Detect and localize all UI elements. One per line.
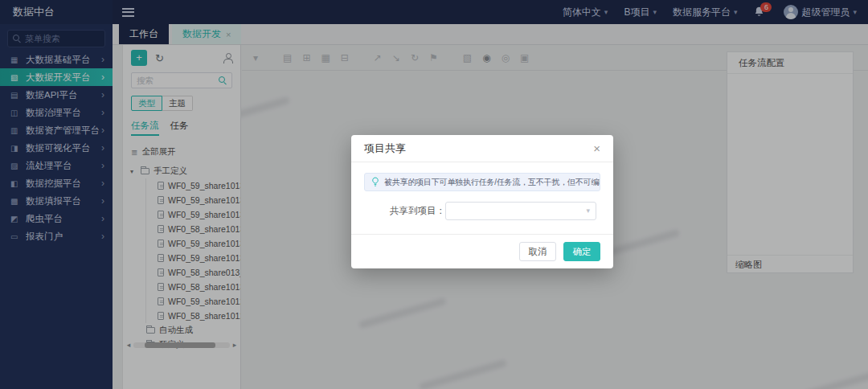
- project-share-modal: 项目共享 × 被共享的项目下可单独执行任务/任务流，互不干扰，但不可编辑 共享到…: [351, 135, 613, 268]
- modal-header: 项目共享 ×: [351, 135, 613, 162]
- app-root: 数据中台 ▦ 大数据基础平台 › ▧ 大数据开发平台 › ▤: [0, 0, 868, 389]
- share-form-row: 共享到项目： ▾: [364, 202, 600, 220]
- bulb-icon: [371, 177, 380, 187]
- chevron-down-icon: ▾: [586, 207, 590, 215]
- share-label: 共享到项目：: [364, 205, 445, 217]
- modal-footer: 取消 确定: [351, 234, 613, 268]
- close-icon[interactable]: ×: [593, 142, 600, 154]
- project-select[interactable]: ▾: [445, 202, 596, 220]
- cancel-button[interactable]: 取消: [519, 242, 556, 261]
- info-alert-text: 被共享的项目下可单独执行任务/任务流，互不干扰，但不可编辑: [384, 177, 600, 188]
- modal-body: 被共享的项目下可单独执行任务/任务流，互不干扰，但不可编辑 共享到项目： ▾: [351, 162, 613, 234]
- info-alert: 被共享的项目下可单独执行任务/任务流，互不干扰，但不可编辑: [364, 173, 600, 191]
- confirm-button[interactable]: 确定: [563, 242, 600, 261]
- modal-title: 项目共享: [364, 141, 406, 156]
